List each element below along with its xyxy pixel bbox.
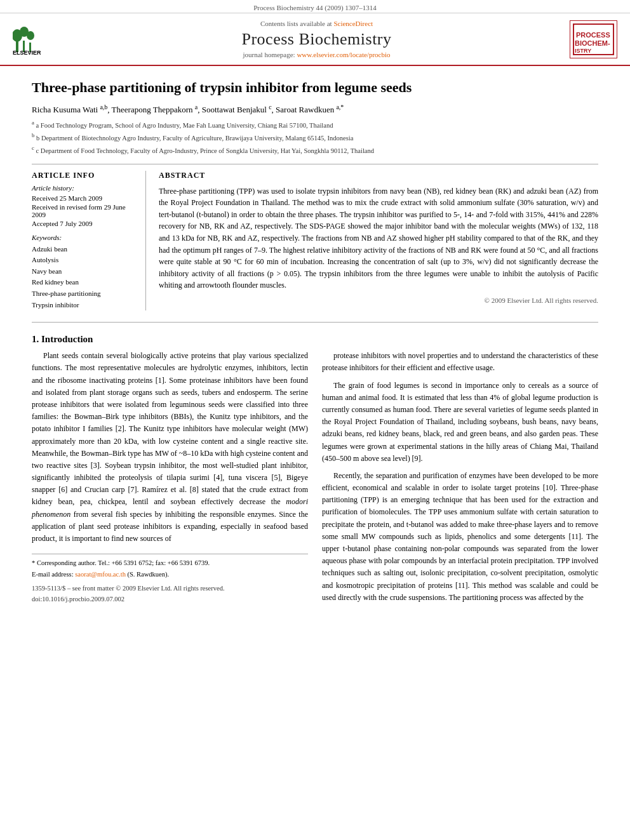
article-info-panel: ARTICLE INFO Article history: Received 2… [32,171,146,311]
sciencedirect-link-text[interactable]: ScienceDirect [333,20,373,27]
keywords-list: Adzuki bean Autolysis Navy bean Red kidn… [32,244,136,311]
received-date: Received 25 March 2009 [32,194,136,202]
abstract-title: ABSTRACT [159,171,598,180]
svg-text:ISTRY: ISTRY [575,48,591,54]
intro-para-1: Plant seeds contain several biologically… [32,350,308,545]
body-col-right: protease inhibitors with novel propertie… [322,350,598,609]
keyword-1: Adzuki bean [32,244,136,255]
copyright-line: © 2009 Elsevier Ltd. All rights reserved… [159,297,598,304]
issn-line: 1359-5113/$ – see front matter © 2009 El… [32,583,308,594]
author-email[interactable]: saorat@mfou.ac.th [75,571,126,578]
affiliations: a a Food Technology Program, School of A… [32,119,598,156]
authors-line: Richa Kusuma Wati a,b, Theerapong Theppa… [32,103,598,115]
sciencedirect-line: Contents lists available at ScienceDirec… [64,20,570,27]
abstract-panel: ABSTRACT Three-phase partitioning (TPP) … [159,171,598,311]
intro-para-4: Recently, the separation and purificatio… [322,470,598,604]
revised-date: Received in revised form 29 June 2009 [32,203,136,218]
doi-bar: 1359-5113/$ – see front matter © 2009 El… [32,583,308,605]
homepage-url[interactable]: www.elsevier.com/locate/procbio [297,51,390,58]
header-divider [32,164,598,164]
header-center: Contents lists available at ScienceDirec… [64,20,570,58]
svg-text:ELSEVIER: ELSEVIER [13,50,41,56]
keywords-label: Keywords: [32,234,136,241]
intro-para-3: The grain of food legumes is second in i… [322,380,598,465]
footnote-area: * Corresponding author. Tel.: +66 5391 6… [32,554,308,580]
article-info-title: ARTICLE INFO [32,171,136,180]
history-label: Article history: [32,184,136,192]
journal-homepage: journal homepage: www.elsevier.com/locat… [64,51,570,58]
svg-text:PROCESS: PROCESS [576,31,610,39]
keyword-3: Navy bean [32,266,136,277]
affiliation-b: b b Department of Biotechnology Agro Ind… [32,131,598,143]
main-content: Three-phase partitioning of trypsin inhi… [0,66,630,622]
corresponding-author-note: * Corresponding author. Tel.: +66 5391 6… [32,558,308,568]
accepted-date: Accepted 7 July 2009 [32,220,136,227]
svg-text:BIOCHEM-: BIOCHEM- [575,39,610,47]
article-info-abstract: ARTICLE INFO Article history: Received 2… [32,171,598,311]
elsevier-logo: ELSEVIER [13,22,64,57]
keyword-5: Three-phase partitioning [32,288,136,300]
body-columns: Plant seeds contain several biologically… [32,350,598,609]
keyword-6: Trypsin inhibitor [32,300,136,311]
journal-header: ELSEVIER Contents lists available at Sci… [0,13,630,66]
article-title: Three-phase partitioning of trypsin inhi… [32,79,598,97]
svg-point-3 [27,31,34,40]
email-note: E-mail address: saorat@mfou.ac.th (S. Ra… [32,570,308,580]
intro-para-2: protease inhibitors with novel propertie… [322,350,598,374]
abstract-text: Three-phase partitioning (TPP) was used … [159,185,598,291]
journal-title: Process Biochemistry [64,30,570,49]
keyword-2: Autolysis [32,255,136,266]
journal-logo-box: PROCESS BIOCHEM- ISTRY [570,20,617,58]
section-divider [32,322,598,323]
journal-citation: Process Biochemistry 44 (2009) 1307–1314 [253,4,377,11]
doi-line: doi:10.1016/j.procbio.2009.07.002 [32,594,308,605]
keyword-4: Red kidney bean [32,277,136,288]
section1-title: 1. Introduction [32,334,598,345]
body-col-left: Plant seeds contain several biologically… [32,350,308,609]
affiliation-c: c c Department of Food Technology, Facul… [32,144,598,156]
journal-citation-bar: Process Biochemistry 44 (2009) 1307–1314 [0,0,630,13]
affiliation-a: a a Food Technology Program, School of A… [32,119,598,130]
